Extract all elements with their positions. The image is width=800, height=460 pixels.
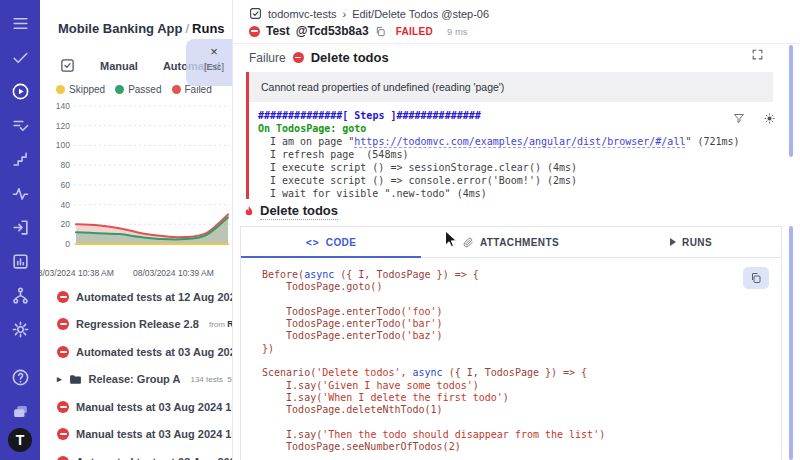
failed-minus-icon [57,456,69,460]
scrollbar-thumb[interactable] [789,45,793,157]
code-line [262,417,769,429]
legend-dot [115,85,124,94]
flaky-flame-icon [243,205,255,219]
step-url-link[interactable]: https://todomvc.com/examples/angular/dis… [354,136,685,148]
runs-list: Automated tests at 12 Aug 2024 05 Regres… [40,283,232,460]
esc-tooltip: × [Esc] [186,39,233,86]
code-line: TodosPage.enterTodo('foo') [262,306,769,318]
tab-code[interactable]: <> CODE [241,227,421,257]
filter-funnel-icon[interactable] [733,112,745,124]
chevron-right-icon[interactable]: ▸ [57,374,62,384]
scrollbar-thumb[interactable] [789,226,793,460]
svg-text:0: 0 [65,239,70,249]
code-line: TodosPage.enterTodo('baz') [262,330,769,342]
step-line: I execute script () => sessionStorage.cl… [258,161,773,174]
breadcrumb-separator: › [342,8,346,20]
failure-output: Cannot read properties of undefined (rea… [246,72,773,199]
svg-text:120: 120 [56,121,70,131]
run-item[interactable]: Automated tests at 12 Aug 2024 05 [40,283,232,311]
breadcrumb-project[interactable]: Mobile Banking App [58,21,182,36]
app-sidebar: T [0,0,40,460]
run-label: Automated tests at 03 Aug 2024 10: [76,456,233,460]
x-tick-label: 08/03/2024 10:39 AM [133,268,214,278]
brightness-sun-icon[interactable] [763,112,776,125]
breadcrumb-project[interactable]: todomvc-tests [268,8,336,20]
steps-header: ##############[ Steps ]############## [258,109,773,122]
testomat-logo[interactable]: T [8,428,32,452]
run-label: Regression Release 2.8 [76,318,199,330]
code-line: I.say('Then the todo should disappear fr… [262,429,769,441]
run-item[interactable]: Manual tests at 03 Aug 2024 10:42 [40,421,232,449]
tests-check-icon[interactable] [3,40,37,74]
steps-log: ##############[ Steps ]##############On … [249,102,773,200]
run-item[interactable]: Automated tests at 03 Aug 2024 10: [40,448,232,460]
failed-test-name: Delete todos [311,50,389,65]
error-message: Cannot read properties of undefined (rea… [249,72,773,102]
legend-item[interactable]: Passed [115,84,161,95]
copy-code-button[interactable] [743,267,769,289]
checkbox-check-icon [249,7,262,20]
run-item[interactable]: Regression Release 2.8from Regressi [40,311,232,339]
code-line: Before(async ({ I, TodosPage }) => { [262,269,769,281]
step-line: I am on page "https://todomvc.com/exampl… [258,135,773,148]
test-title-row: Test @Tcd53b8a3 FAILED 9 ms [249,24,468,38]
paperclip-icon [463,237,474,248]
import-sign-in-icon[interactable] [3,210,37,244]
projects-folders-icon[interactable] [3,394,37,428]
close-icon[interactable]: × [186,45,233,58]
breadcrumb-separator: / [182,21,192,36]
duration-label: 9 ms [447,26,468,37]
run-group-label: Release: Group A [89,373,181,385]
scenario-card: <> CODE ATTACHMENTS RUNS Before(async ({… [240,226,782,460]
help-question-icon[interactable] [3,360,37,394]
play-icon [670,238,676,246]
tab-attachments[interactable]: ATTACHMENTS [421,227,601,257]
test-label: Test [266,24,290,38]
failed-minus-icon [57,318,69,330]
breadcrumb-current: Runs [192,21,225,36]
menu-icon[interactable] [3,6,37,40]
branch-share-icon[interactable] [3,278,37,312]
svg-text:40: 40 [61,200,71,210]
legend-item[interactable]: Skipped [56,84,105,95]
scenario-title[interactable]: Delete todos [260,203,338,220]
run-group-row[interactable]: ▸ Release: Group A 134 tests 54 m [40,366,232,394]
failed-minus-icon [57,401,69,413]
svg-text:60: 60 [61,180,71,190]
select-runs-icon[interactable] [60,58,75,73]
settings-gear-icon[interactable] [3,312,37,346]
tab-manual[interactable]: Manual [100,60,138,72]
run-label: Automated tests at 03 Aug 2024 10 [76,346,233,358]
failed-minus-icon [293,52,304,63]
step-line: I execute script () => console.error('Bo… [258,174,773,187]
run-item[interactable]: Automated tests at 03 Aug 2024 10 [40,338,232,366]
svg-text:80: 80 [61,160,71,170]
status-badge: FAILED [396,26,433,37]
page-title: Mobile Banking App/Runs [58,21,225,36]
runs-play-circle-icon[interactable] [3,74,37,108]
run-item[interactable]: Manual tests at 03 Aug 2024 10:43 [40,393,232,421]
svg-text:140: 140 [56,101,70,111]
legend-dot [56,85,65,94]
failed-minus-icon [249,26,260,37]
expand-fullscreen-icon[interactable] [751,48,764,61]
copy-icon[interactable] [375,26,386,37]
tab-runs[interactable]: RUNS [601,227,781,257]
runs-panel: Mobile Banking App/Runs Manual Automated… [40,0,233,460]
failed-minus-icon [57,291,69,303]
scenario-tabs: <> CODE ATTACHMENTS RUNS [241,227,781,258]
steps-suite: On TodosPage: goto [258,122,773,135]
app-root: { "app": {"accent": "#4c63d2", "sidebar_… [0,0,800,460]
steps-stairs-icon[interactable] [3,142,37,176]
pulse-activity-icon[interactable] [3,176,37,210]
analytics-bar-chart-icon[interactable] [3,244,37,278]
failed-minus-icon [57,428,69,440]
divider [233,43,800,44]
code-icon: <> [306,237,320,248]
legend-dot [172,85,181,94]
breadcrumb-path[interactable]: Edit/Delete Todos @step-06 [352,8,489,20]
code-line: I.say('Given I have some todos') [262,380,769,392]
test-id[interactable]: @Tcd53b8a3 [296,24,369,38]
svg-text:20: 20 [61,219,71,229]
test-plan-list-check-icon[interactable] [3,108,37,142]
